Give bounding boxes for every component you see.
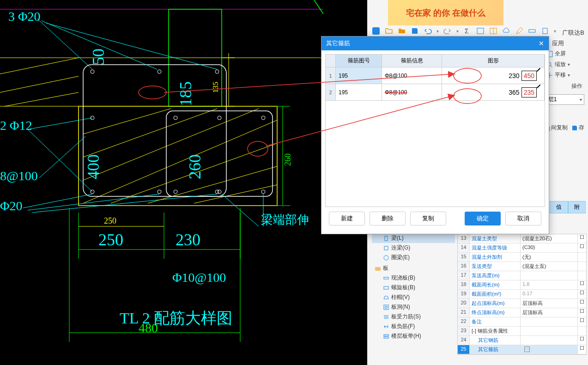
paste-icon[interactable] (541, 27, 549, 35)
menu-app[interactable]: 应用 (552, 39, 564, 48)
prop-val[interactable] (521, 336, 578, 345)
open-icon[interactable] (385, 27, 393, 35)
fullscreen-button[interactable]: 全屏 (546, 49, 585, 59)
tree-item-slab-hole[interactable]: 板洞(N) (372, 302, 455, 312)
app-icon[interactable] (372, 27, 380, 35)
zoom-dd-icon: ▾ (568, 62, 570, 67)
layers-icon[interactable] (476, 27, 485, 35)
prop-check[interactable]: ☐ (578, 234, 586, 243)
property-table[interactable]: 13混凝土类型(混凝土20石)☐14混凝土强度等级(C30)☐15混凝土外加剂(… (457, 234, 587, 355)
label-phi10at100: Φ10@100 (172, 270, 226, 285)
tree-item-spiral-slab[interactable]: 螺旋板(B) (372, 283, 455, 292)
sigma-icon[interactable]: Σ (463, 27, 472, 35)
cad-drawing-area[interactable]: 3 Φ20 2 Φ12 8@100 Φ20 50 185 135 400 260… (0, 0, 367, 365)
tree-item-floor-strip[interactable]: 楼层板带(H) (372, 331, 455, 341)
tree-group-board[interactable]: 板 (372, 262, 455, 273)
edit-icon[interactable]: ⋯ (524, 347, 530, 352)
disk-icon (571, 125, 578, 131)
tree-item-slab-neg-rebar[interactable]: 板负筋(F) (372, 322, 455, 331)
prop-val[interactable]: 层顶标高 (521, 308, 578, 317)
ok-button[interactable]: 确定 (465, 212, 501, 225)
prop-val[interactable]: (混凝土20石) (521, 234, 578, 243)
cell-shape[interactable]: 230 450 (442, 67, 545, 84)
prop-val[interactable]: (混凝土泵) (521, 262, 578, 271)
tree-item-ring-beam[interactable]: 圈梁(E) (372, 253, 455, 262)
prop-check[interactable]: ☐ (578, 299, 586, 308)
property-row[interactable]: 23[-] 钢筋业务属性 (458, 327, 586, 336)
svg-rect-75 (385, 306, 387, 308)
grid-row-2[interactable]: 2 195 Φ8@100 365 235 (325, 84, 545, 101)
prop-check[interactable]: ☐ (578, 243, 586, 252)
prop-val[interactable]: 0.17 (521, 290, 578, 298)
property-row[interactable]: 19截面面积(m²)0.17☐ (458, 290, 586, 299)
delete-button[interactable]: 删除 (370, 212, 406, 225)
table-icon[interactable] (489, 27, 497, 35)
copy-button[interactable]: 复制 (410, 212, 446, 225)
save-button[interactable]: 存 (571, 124, 584, 132)
property-row[interactable]: 14混凝土强度等级(C30)☐ (458, 243, 586, 253)
tree-item-column-cap[interactable]: 柱帽(V) (372, 292, 455, 302)
col-shape[interactable]: 图形 (442, 55, 545, 67)
ruler-icon[interactable] (528, 27, 536, 35)
cell-code[interactable]: 195 (336, 84, 382, 100)
prop-val[interactable]: 层顶标高 (521, 299, 578, 308)
prop-check[interactable]: ☐ (578, 290, 586, 298)
tree-item-slab-rebar[interactable]: 板受力筋(S) (372, 312, 455, 322)
cancel-button[interactable]: 取消 (505, 212, 541, 225)
svg-point-48 (158, 190, 161, 194)
ad-banner[interactable]: 宅在家 的你 在做什么 (388, 0, 503, 25)
pan-button[interactable]: 平移 ▾ (546, 70, 585, 80)
property-row[interactable]: 18截面周长(m)1.8☐ (458, 280, 586, 290)
prop-check[interactable]: ☐ (578, 336, 586, 345)
property-row[interactable]: 15混凝土外加剂(无) (458, 253, 586, 262)
dialog-titlebar[interactable]: 其它箍筋 ✕ (321, 36, 549, 50)
paste-dd-icon[interactable]: ▾ (554, 29, 556, 34)
redo-icon[interactable] (443, 27, 452, 35)
undo-dd-icon[interactable]: ▾ (436, 29, 439, 34)
prop-val[interactable]: ⋯ (521, 345, 578, 354)
prop-val[interactable] (521, 317, 578, 326)
property-row[interactable]: 17泵送高度(m) (458, 271, 586, 280)
property-row[interactable]: 13混凝土类型(混凝土20石)☐ (458, 234, 586, 243)
folder-icon[interactable] (398, 27, 406, 35)
tree-item-beam[interactable]: 梁(L) (372, 233, 455, 243)
cell-info[interactable]: Φ8@100 (382, 67, 442, 84)
property-row[interactable]: 21终点顶标高(m)层顶标高☐ (458, 308, 586, 317)
cell-info[interactable]: Φ8@100 (382, 84, 442, 100)
prop-check[interactable] (578, 253, 586, 262)
prop-val[interactable]: (无) (521, 253, 578, 262)
prop-check[interactable]: ☐ (578, 317, 586, 326)
property-row[interactable]: 20起点顶标高(m)层顶标高☐ (458, 299, 586, 308)
prop-check[interactable] (578, 327, 586, 335)
cell-code[interactable]: 195 (336, 67, 382, 84)
prop-val[interactable] (521, 327, 578, 335)
zoom-button[interactable]: 缩放 ▾ (546, 59, 585, 70)
property-row[interactable]: 22备注☐ (458, 317, 586, 327)
component-tree: 梁(L) 连梁(G) 圈梁(E) 板 现浇板(B) 螺旋板(B) 柱帽(V) (372, 233, 455, 341)
save-icon[interactable] (411, 27, 419, 35)
col-stirrup-info[interactable]: 箍筋信息 (382, 55, 442, 67)
new-button[interactable]: 新建 (329, 212, 365, 225)
prop-check[interactable] (578, 271, 586, 280)
grid-row-1[interactable]: 1 195 Φ8@100 230 450 (325, 67, 545, 84)
property-row[interactable]: 25其它箍筋⋯☐ (458, 345, 586, 354)
cloud-icon[interactable] (502, 27, 510, 35)
close-icon[interactable]: ✕ (539, 40, 544, 47)
property-row[interactable]: 24其它钢筋☐ (458, 336, 586, 345)
prop-check[interactable]: ☐ (578, 345, 586, 354)
redo-dd-icon[interactable]: ▾ (456, 29, 459, 34)
undo-icon[interactable] (424, 27, 432, 35)
property-row[interactable]: 16泵送类型(混凝土泵) (458, 262, 586, 271)
edit-icon[interactable] (515, 27, 523, 35)
prop-check[interactable]: ☐ (578, 280, 586, 289)
prop-val[interactable] (521, 271, 578, 280)
prop-check[interactable]: ☐ (578, 308, 586, 317)
tree-item-coupling-beam[interactable]: 连梁(G) (372, 243, 455, 253)
col-stirrup-code[interactable]: 箍筋图号 (336, 55, 382, 67)
tree-item-cast-slab[interactable]: 现浇板(B) (372, 273, 455, 283)
prop-val[interactable]: (C30) (521, 243, 578, 252)
shape-graphic: 230 450 (509, 71, 537, 81)
prop-val[interactable]: 1.8 (521, 280, 578, 289)
prop-check[interactable] (578, 262, 586, 271)
cell-shape[interactable]: 365 235 (442, 84, 545, 100)
